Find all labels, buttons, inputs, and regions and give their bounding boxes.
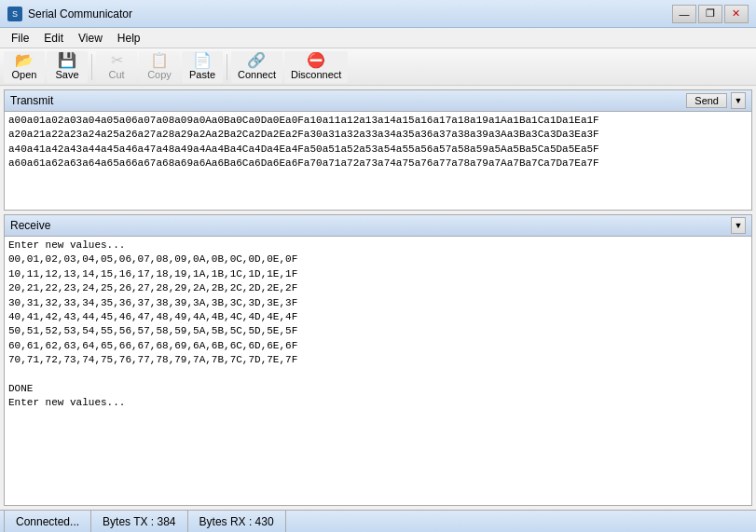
status-bytes-rx: Bytes RX : 430 <box>188 511 286 532</box>
separator-2 <box>227 54 227 80</box>
disconnect-label: Disconnect <box>291 69 341 80</box>
save-icon: 💾 <box>58 53 76 68</box>
status-connected: Connected... <box>4 511 91 532</box>
cut-icon: ✂ <box>111 53 123 68</box>
menu-view[interactable]: View <box>71 30 110 47</box>
paste-icon: 📄 <box>193 53 212 68</box>
receive-title: Receive <box>10 219 50 232</box>
open-button[interactable]: 📂 Open <box>4 51 45 83</box>
main-content: Transmit Send ▼ a00a01a02a03a04a05a06a07… <box>0 86 756 510</box>
connect-button[interactable]: 🔗 Connect <box>231 51 282 83</box>
restore-button[interactable]: ❐ <box>698 5 722 23</box>
copy-button[interactable]: 📋 Copy <box>139 51 180 83</box>
title-bar: S Serial Communicator — ❐ ✕ <box>0 0 756 28</box>
separator-1 <box>91 54 92 80</box>
cut-button[interactable]: ✂ Cut <box>96 51 137 83</box>
copy-label: Copy <box>147 69 172 80</box>
receive-dropdown[interactable]: ▼ <box>731 217 746 234</box>
save-button[interactable]: 💾 Save <box>47 51 88 83</box>
open-icon: 📂 <box>15 53 34 68</box>
toolbar: 📂 Open 💾 Save ✂ Cut 📋 Copy 📄 Paste 🔗 Con… <box>0 48 756 86</box>
send-button[interactable]: Send <box>686 93 727 108</box>
transmit-title: Transmit <box>10 94 53 107</box>
receive-header: Receive ▼ <box>5 215 751 237</box>
menu-file[interactable]: File <box>4 30 36 47</box>
menu-help[interactable]: Help <box>110 30 148 47</box>
disconnect-button[interactable]: ⛔ Disconnect <box>284 51 348 83</box>
paste-label: Paste <box>189 69 215 80</box>
transmit-panel: Transmit Send ▼ a00a01a02a03a04a05a06a07… <box>4 89 752 211</box>
cut-label: Cut <box>108 69 124 80</box>
close-button[interactable]: ✕ <box>724 5 749 23</box>
paste-button[interactable]: 📄 Paste <box>182 51 223 83</box>
menu-edit[interactable]: Edit <box>36 30 71 47</box>
receive-content[interactable]: Enter new values... 00,01,02,03,04,05,06… <box>5 237 751 505</box>
status-bytes-tx: Bytes TX : 384 <box>91 511 188 532</box>
transmit-content[interactable]: a00a01a02a03a04a05a06a07a08a09a0Aa0Ba0Ca… <box>5 112 751 210</box>
menu-bar: File Edit View Help <box>0 28 756 48</box>
minimize-button[interactable]: — <box>672 5 696 23</box>
receive-header-right: ▼ <box>731 217 746 234</box>
open-label: Open <box>12 69 37 80</box>
copy-icon: 📋 <box>150 53 169 68</box>
connect-label: Connect <box>238 69 276 80</box>
status-bar: Connected... Bytes TX : 384 Bytes RX : 4… <box>0 510 756 532</box>
app-icon: S <box>7 7 22 21</box>
save-label: Save <box>55 69 78 80</box>
disconnect-icon: ⛔ <box>307 53 325 68</box>
transmit-header: Transmit Send ▼ <box>5 90 751 112</box>
connect-icon: 🔗 <box>247 53 266 68</box>
transmit-dropdown[interactable]: ▼ <box>731 92 746 109</box>
receive-panel: Receive ▼ Enter new values... 00,01,02,0… <box>4 214 752 506</box>
transmit-header-right: Send ▼ <box>686 92 746 109</box>
title-text: Serial Communicator <box>28 7 132 20</box>
title-controls: — ❐ ✕ <box>672 5 749 23</box>
title-left: S Serial Communicator <box>7 7 132 21</box>
